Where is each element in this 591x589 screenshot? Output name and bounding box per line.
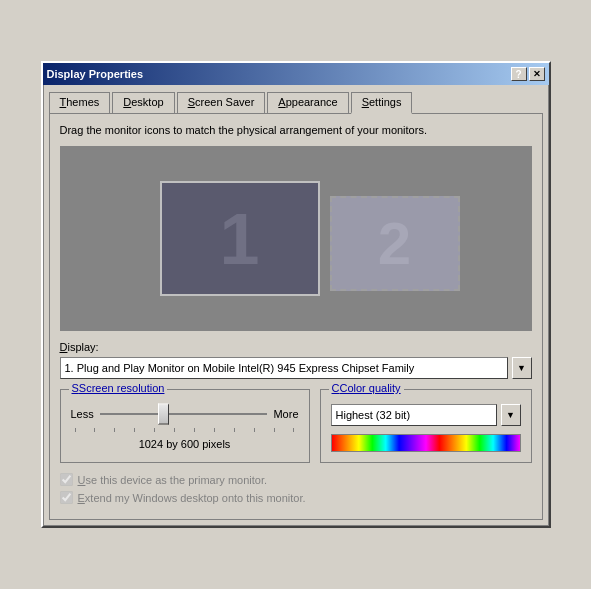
monitor-area: 1 2 [60, 146, 532, 331]
tick-3 [114, 428, 115, 432]
resolution-slider-row: Less More [71, 404, 299, 424]
tab-settings[interactable]: Settings [351, 92, 413, 114]
slider-thumb[interactable] [158, 404, 169, 425]
display-select[interactable] [60, 357, 508, 379]
tick-8 [214, 428, 215, 432]
color-quality-group-label: CColor quality [329, 382, 404, 394]
primary-monitor-label: Use this device as the primary monitor. [78, 474, 268, 486]
title-bar-buttons: ? ✕ [511, 67, 545, 81]
slider-ticks [71, 428, 299, 432]
monitor-2-number: 2 [378, 209, 411, 278]
tick-11 [274, 428, 275, 432]
tick-1 [75, 428, 76, 432]
monitor-1[interactable]: 1 [160, 181, 320, 296]
more-label: More [273, 408, 298, 420]
tick-5 [154, 428, 155, 432]
screen-resolution-group: SScreen resolution Less More [60, 389, 310, 463]
close-button[interactable]: ✕ [529, 67, 545, 81]
display-label: Display: [60, 341, 532, 353]
settings-content: Drag the monitor icons to match the phys… [49, 113, 543, 520]
primary-monitor-row: Use this device as the primary monitor. [60, 473, 532, 486]
tab-appearance[interactable]: Appearance [267, 92, 348, 114]
monitor-2[interactable]: 2 [330, 196, 460, 291]
tab-bar: Themes Desktop Screen Saver Appearance S… [43, 85, 549, 113]
tick-9 [234, 428, 235, 432]
less-label: Less [71, 408, 94, 420]
color-quality-dropdown-button[interactable]: ▼ [501, 404, 521, 426]
tick-12 [293, 428, 294, 432]
color-quality-select[interactable] [331, 404, 497, 426]
extend-desktop-checkbox[interactable] [60, 491, 73, 504]
display-dropdown-button[interactable]: ▼ [512, 357, 532, 379]
resolution-slider[interactable] [100, 404, 268, 424]
color-quality-select-row: ▼ [331, 404, 521, 426]
title-bar: Display Properties ? ✕ [43, 63, 549, 85]
extend-desktop-row: Extend my Windows desktop onto this moni… [60, 491, 532, 504]
resolution-text: 1024 by 600 pixels [71, 438, 299, 450]
tab-desktop[interactable]: Desktop [112, 92, 174, 114]
tick-6 [174, 428, 175, 432]
tick-7 [194, 428, 195, 432]
color-bar [331, 434, 521, 452]
monitor-1-number: 1 [219, 198, 259, 280]
display-select-row: ▼ [60, 357, 532, 379]
bottom-row: SScreen resolution Less More [60, 389, 532, 463]
tick-2 [94, 428, 95, 432]
slider-line [100, 413, 268, 415]
tab-themes[interactable]: Themes [49, 92, 111, 114]
color-quality-group: CColor quality ▼ [320, 389, 532, 463]
help-button[interactable]: ? [511, 67, 527, 81]
tick-10 [254, 428, 255, 432]
instruction-text: Drag the monitor icons to match the phys… [60, 124, 532, 136]
window-title: Display Properties [47, 68, 144, 80]
tab-screen-saver[interactable]: Screen Saver [177, 92, 266, 114]
tick-4 [134, 428, 135, 432]
extend-desktop-label: Extend my Windows desktop onto this moni… [78, 492, 306, 504]
primary-monitor-checkbox[interactable] [60, 473, 73, 486]
resolution-group-label: SScreen resolution [69, 382, 168, 394]
display-properties-window: Display Properties ? ✕ Themes Desktop Sc… [41, 61, 551, 528]
